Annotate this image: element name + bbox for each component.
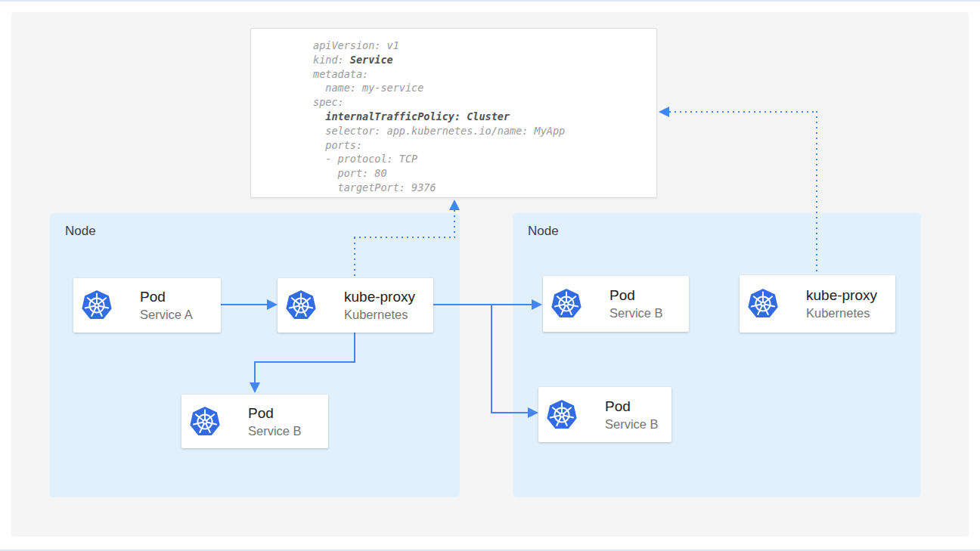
service-yaml-box: apiVersion: v1 kind: Service metadata: n… [250,28,657,198]
arrow-kube-proxy-to-right-pod-top-line [433,304,532,305]
pod-card-service-b-left: Pod Service B [181,395,328,448]
card-subtitle: Kubernetes [806,305,877,320]
kubernetes-wheel-icon [546,400,578,430]
pod-card-service-b-right-top: Pod Service B [543,276,689,332]
arrow-kube-proxy-to-right-pod-bottom-seg1 [491,304,492,413]
yaml-line: port: 80 [313,166,656,181]
arrow-pod-a-to-kube-proxy-line [221,304,267,305]
node-label: Node [528,224,559,239]
dotted-right-kube-proxy-to-yaml-head [659,107,669,117]
node-label: Node [65,224,96,239]
yaml-line: selector: app.kubernetes.io/name: MyApp [313,124,656,138]
top-divider [0,0,980,2]
arrow-kube-proxy-to-pod-b-left-head [250,382,260,393]
card-subtitle: Service B [609,305,663,320]
kubernetes-wheel-icon [81,290,113,320]
kubernetes-wheel-icon [550,289,582,319]
card-title: Pod [605,398,659,415]
yaml-line: spec: [313,95,656,110]
card-title: Pod [609,287,663,304]
card-subtitle: Kubernetes [344,307,415,322]
arrow-kube-proxy-to-right-pod-top-head [532,299,542,310]
dotted-left-kube-proxy-to-yaml-seg1 [354,237,355,278]
arrow-kube-proxy-to-right-pod-bottom-seg2 [491,412,528,413]
card-title: Pod [140,289,193,305]
yaml-line: apiVersion: v1 [313,39,656,53]
arrow-kube-proxy-to-pod-b-left-seg1 [354,333,355,363]
pod-card-service-a: Pod Service A [73,278,221,333]
yaml-line: ports: [313,138,656,153]
card-subtitle: Service A [140,307,193,322]
yaml-line: metadata: [313,67,656,82]
node-box-left: Node [50,213,460,497]
card-title: kube-proxy [344,289,415,305]
yaml-line: name: my-service [313,81,656,95]
card-title: Pod [248,405,302,422]
kube-proxy-card-left: kube-proxy Kubernetes [278,278,433,333]
yaml-line: - protocol: TCP [313,152,656,166]
arrow-pod-a-to-kube-proxy-head [267,299,278,310]
arrow-kube-proxy-to-pod-b-left-seg3 [254,361,256,384]
dotted-right-kube-proxy-to-yaml-seg2 [669,111,817,113]
node-box-right: Node [513,213,921,497]
yaml-line: kind: Service [313,53,656,67]
card-subtitle: Service B [605,416,659,432]
kubernetes-wheel-icon [285,290,317,320]
arrow-kube-proxy-to-pod-b-left-seg2 [254,361,355,363]
kubernetes-wheel-icon [747,289,779,319]
dotted-left-kube-proxy-to-yaml-head [449,200,460,210]
card-title: kube-proxy [806,287,877,304]
kubernetes-wheel-icon [189,407,221,437]
dotted-right-kube-proxy-to-yaml-seg1 [816,111,817,275]
pod-card-service-b-right-bottom: Pod Service B [538,387,671,442]
dotted-left-kube-proxy-to-yaml-seg2 [354,237,455,238]
kube-proxy-card-right: kube-proxy Kubernetes [740,275,895,333]
arrow-kube-proxy-to-right-pod-bottom-head [528,407,538,418]
yaml-line: targetPort: 9376 [313,181,656,195]
yaml-line: internalTrafficPolicy: Cluster [313,110,656,124]
dotted-left-kube-proxy-to-yaml-seg3 [454,210,455,237]
card-subtitle: Service B [248,423,302,438]
